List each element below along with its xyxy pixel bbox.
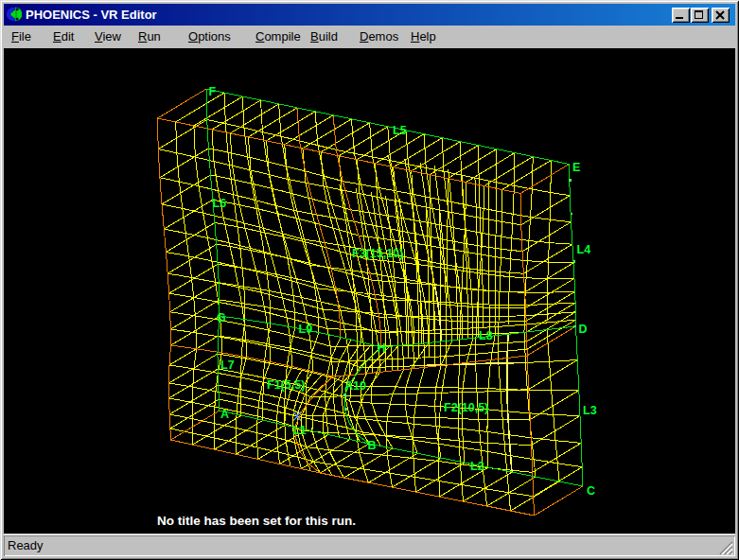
svg-text:F2(10,5): F2(10,5) [444, 401, 488, 414]
svg-text:E: E [572, 161, 580, 174]
svg-text:H: H [378, 341, 386, 355]
svg-text:L4: L4 [577, 243, 591, 256]
svg-text:F3(15,10): F3(15,10) [352, 247, 403, 260]
svg-text:L6: L6 [213, 197, 227, 210]
svg-text:B: B [368, 439, 377, 452]
svg-text:D: D [579, 323, 588, 336]
svg-text:F1(5,5): F1(5,5) [267, 378, 305, 392]
svg-text:A: A [220, 408, 229, 421]
svg-text:L5: L5 [393, 124, 407, 137]
svg-text:G: G [217, 311, 226, 324]
svg-text:L7: L7 [220, 359, 235, 372]
svg-text:F: F [209, 85, 217, 98]
svg-text:L1: L1 [292, 424, 307, 437]
svg-text:L8: L8 [479, 329, 493, 342]
svg-text:L2: L2 [470, 460, 484, 473]
svg-text:C: C [587, 484, 595, 498]
svg-text:L9: L9 [299, 323, 313, 336]
svg-text:L3: L3 [583, 404, 597, 417]
svg-text:A10: A10 [344, 379, 366, 393]
